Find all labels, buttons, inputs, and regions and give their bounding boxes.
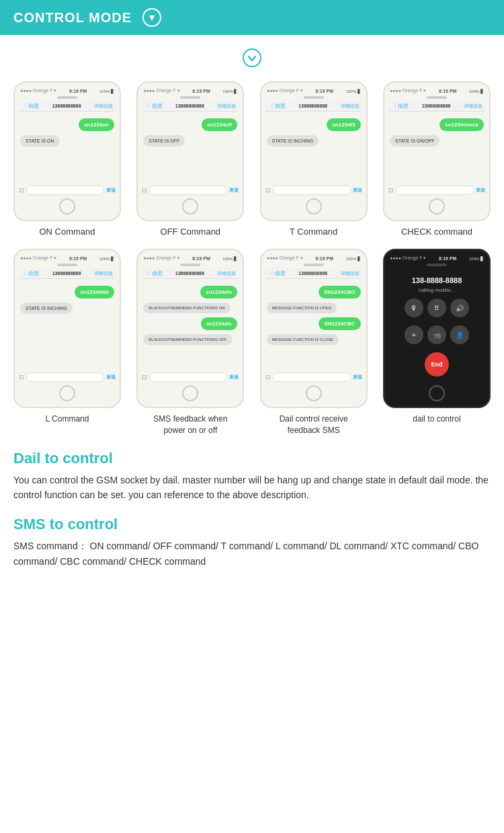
- received-bubble-1: MESSAGE FUNCTION IS OPEN: [267, 303, 337, 313]
- camera-icon: ⊡: [265, 187, 271, 194]
- phone-on: ●●●● Orange F ▾ 8:19 PM 100% ▊ 〈 信息 1388…: [13, 81, 121, 221]
- message-input: [396, 186, 474, 195]
- time-text: 8:19 PM: [316, 89, 333, 93]
- header-bar: CONTROL MODE ▼: [0, 0, 504, 35]
- phone-off-status-bar: ●●●● Orange F ▾ 8:19 PM 100% ▊: [142, 88, 239, 93]
- message-input: [26, 186, 104, 195]
- center-chevron-icon: [13, 42, 491, 81]
- battery-text: 100% ▊: [222, 89, 237, 93]
- chat-area-dail: SN1234CBO MESSAGE FUNCTION IS OPEN SN123…: [265, 283, 362, 370]
- chat-area-on: sn1234on STATE IS ON: [19, 116, 116, 183]
- keypad-button[interactable]: ⠿: [427, 299, 446, 317]
- home-button: [429, 385, 445, 401]
- phone-check-status-bar: ●●●● Orange F ▾ 8:19 PM 100% ▊: [388, 88, 485, 93]
- msg-header: 〈 信息 13888888888 详细信息: [19, 268, 116, 279]
- label-sms: SMS feedback whenpower on or off: [136, 413, 244, 436]
- received-bubble: STATE IS INCHING: [267, 135, 319, 147]
- time-text: 8:19 PM: [192, 256, 210, 261]
- back-btn: 〈 信息: [144, 102, 162, 110]
- phone-number: 13888888888: [41, 271, 92, 276]
- sms-section-title: SMS to control: [13, 516, 491, 533]
- label-on: ON Command: [13, 227, 121, 237]
- input-bar: ⊡ 发送: [265, 186, 362, 195]
- detail-link: 详细信息: [94, 270, 113, 277]
- msg-header: 〈 信息 13888888888 详细信息: [19, 101, 116, 112]
- labels-row-1: ON Command OFF Command T Command CHECK c…: [13, 227, 491, 237]
- speaker-button[interactable]: 🔊: [450, 299, 469, 317]
- back-btn: 〈 信息: [144, 270, 162, 277]
- phone-row-1: ●●●● Orange F ▾ 8:19 PM 100% ▊ 〈 信息 1388…: [13, 81, 491, 221]
- time-text: 8:19 PM: [439, 89, 456, 93]
- msg-header: 〈 信息 13888888888 详细信息: [388, 101, 485, 112]
- speaker: [180, 264, 200, 266]
- message-input: [26, 372, 104, 382]
- camera-icon: ⊡: [142, 374, 147, 381]
- battery-text: 100% ▊: [346, 256, 361, 261]
- label-dail-control: dail to control: [383, 413, 491, 436]
- label-t: T Command: [260, 227, 368, 237]
- battery-text: 100% ▊: [99, 256, 114, 261]
- chat-area-t: sn1234t5 STATE IS INCHING: [265, 116, 362, 183]
- dail-section-body: You can control the GSM socket by dail. …: [13, 473, 491, 503]
- received-bubble-1: BLACKOUTREMINDED FUNCTIONIS ON: [143, 303, 230, 313]
- sent-bubble-2: SN1234CBC: [319, 317, 360, 330]
- received-bubble-2: MESSAGE FUNCTION IS CLOSE: [267, 334, 339, 345]
- phone-dail: ●●●● Orange F ▾ 8:19 PM 100% ▊ 〈 信息 1388…: [260, 249, 368, 408]
- home-button: [59, 198, 75, 214]
- received-bubble: STATE IS ON/OFF: [390, 135, 439, 147]
- camera-icon: ⊡: [19, 187, 24, 194]
- send-btn: 发送: [353, 374, 362, 381]
- facetime-button[interactable]: 📹: [427, 325, 446, 344]
- phone-t: ●●●● Orange F ▾ 8:19 PM 100% ▊ 〈 信息 1388…: [260, 81, 368, 221]
- contacts-button[interactable]: 👤: [450, 325, 469, 344]
- detail-link: 详细信息: [341, 103, 360, 110]
- carrier-text: ●●●● Orange F ▾: [267, 255, 303, 261]
- phone-number: 13888888888: [288, 271, 339, 276]
- calling-number: 138-8888-8888: [412, 276, 462, 284]
- speaker: [304, 264, 324, 266]
- input-bar: ⊡ 发送: [142, 372, 239, 382]
- phone-l: ●●●● Orange F ▾ 8:19 PM 100% ▊ 〈 信息 1388…: [13, 249, 121, 408]
- home-button: [306, 198, 322, 214]
- time-text: 8:19 PM: [69, 256, 87, 261]
- carrier-text: ●●●● Orange F ▾: [20, 255, 56, 261]
- header-chevron-icon[interactable]: ▼: [142, 8, 161, 27]
- input-bar: ⊡ 发送: [19, 372, 116, 382]
- label-l: L Command: [13, 413, 121, 436]
- send-btn: 发送: [106, 374, 116, 381]
- received-bubble: STATE IS OFF: [143, 135, 185, 147]
- carrier-text: ●●●● Orange F ▾: [143, 88, 179, 93]
- add-call-button[interactable]: +: [405, 325, 423, 344]
- labels-row-2: L Command SMS feedback whenpower on or o…: [13, 413, 491, 436]
- sent-bubble: sn1234t5: [327, 118, 360, 131]
- back-btn: 〈 信息: [391, 102, 409, 110]
- home-button: [182, 385, 198, 401]
- time-text: 8:19 PM: [439, 256, 456, 261]
- sent-bubble: sn1234on: [79, 118, 114, 131]
- input-bar: ⊡ 发送: [142, 186, 239, 195]
- received-bubble-2: BLACKOUTREMINDED FUNCTIONIS OFF: [143, 334, 232, 345]
- back-btn: 〈 信息: [22, 102, 39, 110]
- label-check: CHECK command: [383, 227, 491, 237]
- chat-area-check: sn1234check STATE IS ON/OFF: [388, 116, 485, 183]
- speaker: [57, 96, 77, 99]
- chat-area-sms: sn1234dlo BLACKOUTREMINDED FUNCTIONIS ON…: [142, 283, 239, 370]
- carrier-text: ●●●● Orange F ▾: [390, 88, 426, 93]
- msg-header: 〈 信息 13888888888 详细信息: [265, 268, 362, 279]
- phone-dail-status-bar: ●●●● Orange F ▾ 8:19 PM 100% ▊: [265, 255, 362, 261]
- end-call-button[interactable]: End: [425, 352, 449, 376]
- home-button: [429, 198, 445, 214]
- input-bar: ⊡ 发送: [19, 186, 116, 195]
- phone-calling: ●●●● Orange F ▾ 8:19 PM 100% ▊ 138-8888-…: [383, 249, 491, 408]
- msg-header: 〈 信息 13888888888 详细信息: [265, 101, 362, 112]
- chat-area-off: sn1234off STATE IS OFF: [142, 116, 239, 183]
- send-btn: 发送: [229, 187, 239, 194]
- time-text: 8:19 PM: [69, 89, 87, 93]
- mute-button[interactable]: 🎙: [405, 299, 423, 317]
- camera-icon: ⊡: [142, 187, 147, 194]
- camera-icon: ⊡: [388, 187, 394, 194]
- page-title: CONTROL MODE: [13, 10, 132, 26]
- home-button: [306, 385, 322, 401]
- carrier-text: ●●●● Orange F ▾: [267, 88, 303, 93]
- speaker: [304, 96, 324, 99]
